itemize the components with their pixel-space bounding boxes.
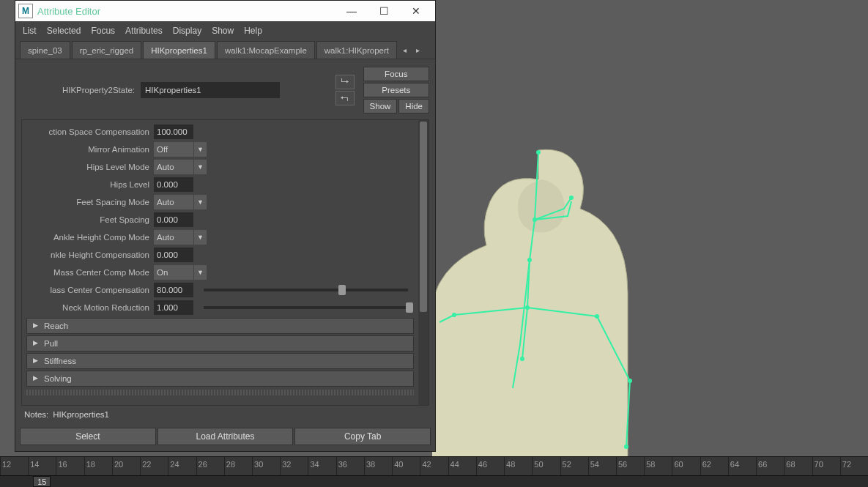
node-type-label: HIKProperty2State: — [21, 86, 135, 94]
field-row: ction Space Compensation — [22, 123, 418, 141]
field-label: Ankle Height Comp Mode — [26, 233, 149, 242]
menubar: List Selected Focus Attributes Display S… — [15, 21, 435, 40]
close-button[interactable]: ✕ — [400, 1, 432, 21]
notes-row: Notes: HIKproperties1 — [15, 406, 435, 423]
menu-attributes[interactable]: Attributes — [125, 26, 163, 36]
triangle-right-icon: ▶ — [33, 339, 38, 346]
dropdown[interactable]: Auto — [154, 230, 193, 245]
menu-help[interactable]: Help — [244, 26, 262, 36]
tab-scroll-right-icon[interactable]: ▸ — [412, 41, 423, 59]
dropdown[interactable]: Auto — [154, 195, 193, 209]
timeline-tick — [700, 457, 701, 475]
slider-thumb[interactable] — [338, 285, 346, 295]
io-in-icon[interactable]: ⮢ — [335, 91, 355, 105]
field-label: Feet Spacing Mode — [26, 198, 149, 207]
minimize-button[interactable]: — — [335, 1, 368, 21]
field-input[interactable] — [154, 283, 193, 297]
section-solving[interactable]: ▶Solving — [26, 371, 414, 387]
dropdown[interactable]: On — [154, 265, 193, 280]
tab-hikproperties1[interactable]: HIKproperties1 — [143, 41, 215, 59]
timeline-tick — [476, 457, 477, 475]
field-label: ction Space Compensation — [26, 127, 149, 136]
dropdown[interactable]: Auto — [154, 160, 193, 174]
titlebar[interactable]: M Attribute Editor — ☐ ✕ — [15, 1, 435, 21]
field-row: Hips Level ModeAuto▼ — [22, 158, 418, 176]
timeline-ruler[interactable] — [0, 457, 868, 475]
notes-label: Notes: — [24, 410, 48, 419]
load-attributes-button[interactable]: Load Attributes — [157, 428, 294, 445]
svg-point-2 — [527, 258, 532, 262]
select-button[interactable]: Select — [20, 428, 156, 445]
timeline-tick — [672, 457, 672, 475]
svg-point-1 — [533, 218, 537, 222]
section-pull[interactable]: ▶Pull — [26, 335, 414, 352]
section-reach[interactable]: ▶Reach — [26, 318, 414, 334]
timeline-tick — [28, 457, 29, 475]
section-stiffness[interactable]: ▶Stiffness — [26, 353, 414, 369]
svg-point-7 — [628, 379, 632, 383]
chevron-down-icon[interactable]: ▼ — [193, 230, 207, 245]
field-row: Ankle Height Comp ModeAuto▼ — [22, 228, 418, 246]
section-label: Reach — [44, 321, 68, 330]
hide-button[interactable]: Hide — [398, 99, 429, 114]
current-frame-indicator[interactable]: 15 — [33, 476, 51, 487]
io-out-icon[interactable]: ⮡ — [335, 75, 355, 89]
copy-tab-button[interactable]: Copy Tab — [294, 428, 431, 445]
menu-focus[interactable]: Focus — [91, 26, 115, 36]
chevron-down-icon[interactable]: ▼ — [193, 142, 207, 157]
menu-display[interactable]: Display — [173, 26, 201, 36]
menu-show[interactable]: Show — [212, 26, 234, 36]
chevron-down-icon[interactable]: ▼ — [193, 195, 207, 209]
tab-rp_eric_rigged[interactable]: rp_eric_rigged — [72, 41, 142, 59]
timeline-tick — [84, 457, 85, 475]
field-input[interactable] — [154, 212, 193, 227]
vertical-scrollbar[interactable] — [418, 120, 429, 405]
svg-point-9 — [452, 313, 456, 317]
tab-walk1-hikpropert[interactable]: walk1:HIKpropert — [316, 41, 397, 59]
slider-track[interactable] — [204, 306, 408, 309]
timeline[interactable]: 15 — [0, 456, 868, 487]
resize-grip[interactable] — [26, 390, 414, 395]
field-row: Neck Motion Reduction — [22, 299, 418, 316]
field-input[interactable] — [154, 124, 193, 139]
skeleton-overlay — [425, 132, 674, 476]
field-row: nkle Height Compensation — [22, 246, 418, 264]
attribute-editor-panel: M Attribute Editor — ☐ ✕ List Selected F… — [15, 0, 436, 452]
triangle-right-icon: ▶ — [33, 357, 38, 364]
tab-spine_03[interactable]: spine_03 — [20, 41, 70, 59]
menu-selected[interactable]: Selected — [47, 26, 81, 36]
field-label: nkle Height Compensation — [26, 250, 149, 259]
dropdown[interactable]: Off — [154, 142, 193, 157]
menu-list[interactable]: List — [23, 26, 37, 36]
field-label: Neck Motion Reduction — [26, 303, 149, 312]
focus-button[interactable]: Focus — [363, 67, 429, 81]
section-label: Solving — [44, 374, 72, 383]
presets-button[interactable]: Presets — [363, 83, 429, 97]
field-row: Feet Spacing ModeAuto▼ — [22, 193, 418, 211]
field-input[interactable] — [154, 248, 193, 262]
field-label: lass Center Compensation — [26, 286, 149, 294]
chevron-down-icon[interactable]: ▼ — [193, 265, 207, 280]
chevron-down-icon[interactable]: ▼ — [193, 160, 207, 174]
field-input[interactable] — [154, 177, 193, 192]
tab-scroll-left-icon[interactable]: ◂ — [398, 41, 410, 59]
node-name-field[interactable] — [141, 82, 280, 98]
node-tabs: spine_03rp_eric_riggedHIKproperties1walk… — [15, 40, 435, 59]
scrollbar-thumb[interactable] — [420, 122, 427, 312]
timeline-tick — [392, 457, 393, 475]
slider-thumb[interactable] — [406, 302, 413, 313]
timeline-tick — [0, 457, 1, 475]
timeline-tick — [112, 457, 113, 475]
maximize-button[interactable]: ☐ — [368, 1, 400, 21]
field-input[interactable] — [154, 300, 193, 315]
timeline-tick — [616, 457, 617, 475]
tab-walk1-mocapexample[interactable]: walk1:MocapExample — [217, 41, 315, 59]
attribute-scroll-area: ction Space CompensationMirror Animation… — [21, 119, 429, 406]
slider-track[interactable] — [204, 289, 408, 291]
svg-point-6 — [595, 314, 599, 319]
node-name-row: HIKProperty2State: ⮡ ⮢ Focus Presets Sho… — [15, 59, 435, 116]
show-button[interactable]: Show — [363, 99, 398, 114]
timeline-tick — [560, 457, 561, 475]
timeline-strip[interactable]: 15 — [0, 475, 868, 487]
timeline-tick — [252, 457, 253, 475]
